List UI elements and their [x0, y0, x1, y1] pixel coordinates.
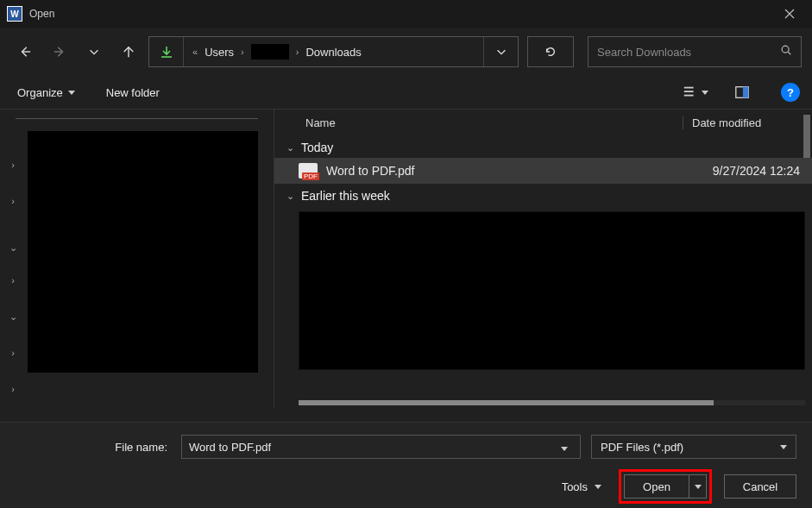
svg-rect-8 — [684, 87, 694, 89]
expand-icon[interactable]: › — [7, 159, 19, 171]
svg-point-6 — [782, 46, 789, 53]
group-header-earlier[interactable]: ⌄ Earlier this week — [274, 184, 812, 206]
tree-expanders: › › ⌄ › ⌄ › › — [7, 159, 29, 395]
filename-input[interactable] — [189, 441, 561, 454]
divider — [16, 118, 258, 119]
file-type-filter[interactable]: PDF Files (*.pdf) — [591, 435, 796, 459]
list-view-icon — [683, 85, 698, 100]
back-button[interactable] — [10, 37, 40, 66]
breadcrumb[interactable]: « Users › › Downloads — [184, 44, 483, 60]
navigation-tree-redacted[interactable] — [28, 131, 258, 373]
close-icon — [784, 9, 795, 19]
chevron-down-icon: ⌄ — [286, 191, 294, 202]
help-button[interactable]: ? — [781, 83, 800, 102]
open-split-button[interactable] — [689, 474, 707, 499]
caret-down-icon — [595, 485, 601, 489]
caret-down-icon — [702, 91, 708, 95]
file-name: Word to PDF.pdf — [326, 164, 683, 178]
filename-label: File name: — [0, 441, 171, 454]
cancel-button[interactable]: Cancel — [724, 474, 796, 499]
svg-rect-10 — [684, 95, 694, 97]
column-header-name[interactable]: Name — [274, 116, 683, 129]
caret-down-icon — [695, 485, 702, 489]
svg-line-7 — [788, 52, 790, 54]
search-icon[interactable] — [780, 44, 792, 60]
search-box[interactable] — [588, 36, 802, 67]
bottom-panel: File name: PDF Files (*.pdf) Tools Open … — [0, 422, 812, 508]
breadcrumb-users[interactable]: Users — [205, 46, 234, 59]
collapse-icon[interactable]: ⌄ — [7, 241, 19, 254]
tools-menu[interactable]: Tools — [562, 480, 601, 493]
preview-pane-button[interactable] — [729, 80, 755, 104]
filename-field[interactable] — [181, 435, 581, 459]
title-bar: W Open — [0, 0, 812, 28]
file-list[interactable]: ⌄ Today PDF Word to PDF.pdf 9/27/2024 12… — [274, 135, 812, 407]
up-button[interactable] — [114, 37, 143, 66]
refresh-button[interactable] — [527, 36, 574, 67]
preview-pane-icon — [734, 85, 750, 100]
group-header-today[interactable]: ⌄ Today — [274, 135, 812, 158]
recent-locations-button[interactable] — [79, 37, 109, 66]
address-bar[interactable]: « Users › › Downloads — [148, 36, 519, 67]
expand-icon[interactable]: › — [7, 383, 19, 395]
refresh-icon — [544, 46, 557, 58]
command-bar: Organize New folder ? — [0, 76, 812, 109]
arrow-up-icon — [123, 46, 135, 58]
new-folder-button[interactable]: New folder — [101, 83, 165, 103]
arrow-right-icon — [54, 46, 66, 58]
breadcrumb-redacted[interactable] — [251, 44, 289, 60]
breadcrumb-downloads[interactable]: Downloads — [305, 46, 361, 59]
navigation-bar: « Users › › Downloads — [0, 28, 812, 76]
column-header-date[interactable]: Date modified — [683, 116, 812, 129]
organize-label: Organize — [17, 86, 63, 99]
main-content: › › ⌄ › ⌄ › › Name Date modified ⌄ Today… — [0, 109, 812, 407]
dialog-title: Open — [29, 8, 772, 20]
expand-icon[interactable]: › — [7, 274, 19, 286]
chevron-down-icon: ⌄ — [286, 142, 294, 154]
expand-icon[interactable]: › — [7, 195, 19, 207]
new-folder-label: New folder — [106, 86, 160, 99]
open-label: Open — [643, 480, 670, 493]
search-input[interactable] — [597, 46, 780, 59]
word-app-icon: W — [7, 6, 22, 22]
svg-rect-12 — [743, 87, 748, 98]
open-button[interactable]: Open — [624, 474, 689, 499]
downloads-folder-icon — [149, 37, 184, 66]
file-list-pane: Name Date modified ⌄ Today PDF Word to P… — [274, 110, 812, 407]
chevron-right-icon: › — [293, 47, 303, 57]
chevron-down-icon — [88, 46, 100, 58]
collapse-icon[interactable]: ⌄ — [7, 310, 19, 323]
open-button-highlight: Open — [619, 469, 712, 504]
chevron-down-icon — [495, 46, 507, 58]
horizontal-scrollbar[interactable] — [299, 400, 805, 405]
tools-label: Tools — [562, 480, 588, 493]
group-label: Earlier this week — [301, 189, 390, 203]
chevron-left-icon: « — [189, 47, 201, 57]
group-label: Today — [301, 141, 333, 154]
address-dropdown-button[interactable] — [483, 37, 518, 66]
file-date: 9/27/2024 12:24 — [683, 164, 812, 178]
filename-dropdown-button[interactable] — [561, 439, 573, 455]
column-header-row: Name Date modified — [274, 110, 812, 135]
organize-button[interactable]: Organize — [12, 83, 80, 103]
arrow-left-icon — [19, 46, 31, 58]
file-row[interactable]: PDF Word to PDF.pdf 9/27/2024 12:24 — [274, 158, 812, 184]
cancel-label: Cancel — [743, 480, 777, 493]
file-rows-redacted[interactable] — [299, 211, 805, 370]
scrollbar-thumb[interactable] — [299, 400, 714, 405]
caret-down-icon — [780, 445, 787, 449]
forward-button[interactable] — [45, 37, 74, 66]
svg-rect-9 — [684, 91, 694, 92]
expand-icon[interactable]: › — [7, 347, 19, 359]
chevron-right-icon: › — [237, 47, 248, 57]
caret-down-icon — [561, 447, 568, 451]
view-options-button[interactable] — [683, 80, 708, 104]
caret-down-icon — [68, 91, 75, 95]
navigation-pane[interactable] — [0, 110, 274, 407]
close-button[interactable] — [772, 1, 807, 27]
filter-label: PDF Files (*.pdf) — [601, 441, 683, 454]
pdf-file-icon: PDF — [299, 163, 318, 179]
